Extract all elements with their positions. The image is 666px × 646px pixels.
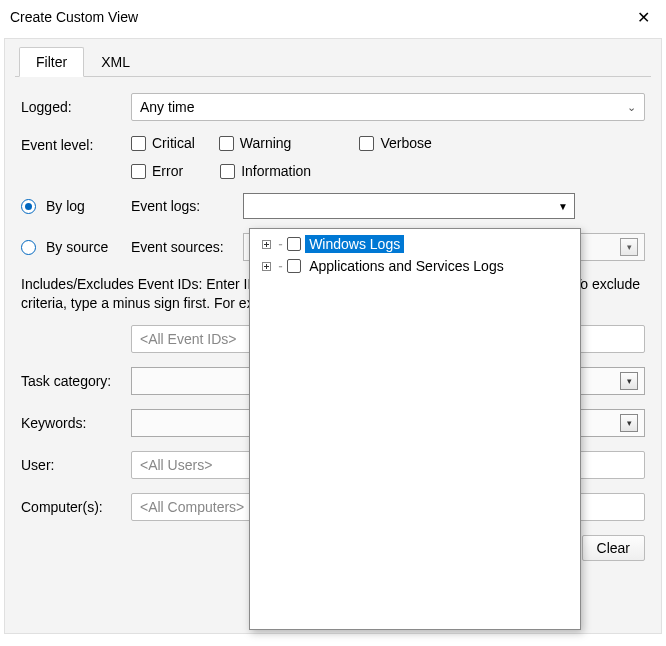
- user-placeholder: <All Users>: [140, 457, 212, 473]
- chevron-down-icon: ⌄: [627, 101, 636, 114]
- chevron-down-icon: ▾: [620, 238, 638, 256]
- event-logs-dropdown[interactable]: ▼: [243, 193, 575, 219]
- windows-logs-checkbox[interactable]: [287, 237, 301, 251]
- tree-item-apps-services-logs[interactable]: Applications and Services Logs: [305, 257, 508, 275]
- apps-services-logs-checkbox[interactable]: [287, 259, 301, 273]
- dialog-title: Create Custom View: [10, 9, 620, 25]
- logged-value: Any time: [140, 99, 194, 115]
- computers-label: Computer(s):: [21, 499, 131, 515]
- tree-item-windows-logs[interactable]: Windows Logs: [305, 235, 404, 253]
- computers-placeholder: <All Computers>: [140, 499, 244, 515]
- logged-label: Logged:: [21, 99, 131, 115]
- clear-button[interactable]: Clear: [582, 535, 645, 561]
- expand-icon[interactable]: [260, 240, 272, 249]
- tree-connector-icon: ····: [278, 239, 281, 250]
- chevron-down-icon: ▾: [620, 372, 638, 390]
- dropdown-triangle-icon: ▼: [554, 201, 572, 212]
- expand-icon[interactable]: [260, 262, 272, 271]
- event-level-label: Event level:: [21, 135, 131, 153]
- close-icon: ✕: [637, 8, 650, 27]
- event-logs-label: Event logs:: [131, 198, 243, 214]
- by-source-label: By source: [46, 239, 108, 255]
- close-button[interactable]: ✕: [620, 0, 666, 34]
- error-label: Error: [152, 163, 183, 179]
- warning-checkbox[interactable]: [219, 136, 234, 151]
- user-label: User:: [21, 457, 131, 473]
- information-checkbox[interactable]: [220, 164, 235, 179]
- event-ids-placeholder: <All Event IDs>: [140, 331, 237, 347]
- task-category-label: Task category:: [21, 373, 131, 389]
- event-sources-label: Event sources:: [131, 239, 243, 255]
- tab-filter[interactable]: Filter: [19, 47, 84, 77]
- by-log-radio[interactable]: [21, 199, 36, 214]
- verbose-label: Verbose: [380, 135, 431, 151]
- warning-label: Warning: [240, 135, 292, 151]
- error-checkbox[interactable]: [131, 164, 146, 179]
- by-source-radio[interactable]: [21, 240, 36, 255]
- tab-xml[interactable]: XML: [84, 47, 147, 77]
- tree-connector-icon: ····: [278, 261, 281, 272]
- critical-checkbox[interactable]: [131, 136, 146, 151]
- chevron-down-icon: ▾: [620, 414, 638, 432]
- critical-label: Critical: [152, 135, 195, 151]
- information-label: Information: [241, 163, 311, 179]
- logged-dropdown[interactable]: Any time ⌄: [131, 93, 645, 121]
- event-logs-tree-popup: ···· Windows Logs ···· Applications and …: [249, 228, 581, 630]
- keywords-label: Keywords:: [21, 415, 131, 431]
- by-log-label: By log: [46, 198, 85, 214]
- verbose-checkbox[interactable]: [359, 136, 374, 151]
